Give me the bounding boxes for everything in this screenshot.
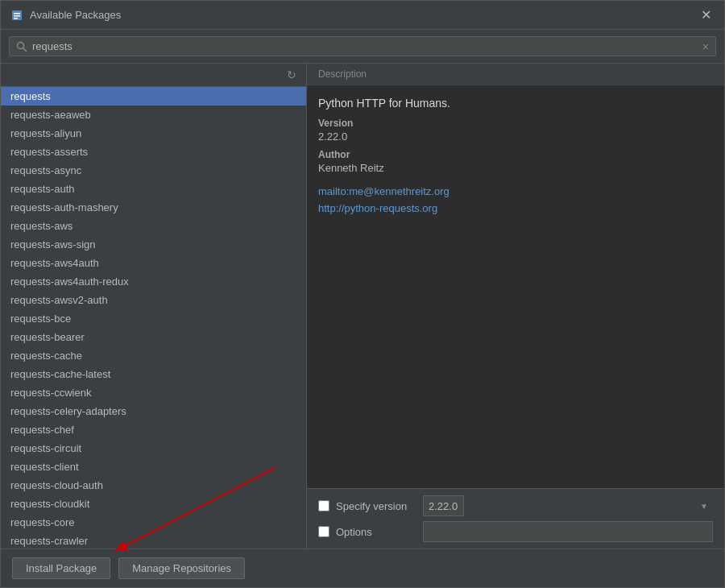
author-value: Kenneth Reitz — [318, 162, 713, 174]
list-item[interactable]: requests-core — [1, 513, 306, 532]
version-value: 2.22.0 — [318, 130, 713, 143]
list-item[interactable]: requests-bearer — [1, 328, 306, 346]
search-bar: × — [1, 30, 724, 64]
list-item[interactable]: requests-cache — [1, 346, 306, 365]
title-bar-left: Available Packages — [10, 9, 121, 22]
footer: Install Package Manage Repositories — [1, 549, 724, 587]
list-item[interactable]: requests-circuit — [1, 439, 306, 458]
close-button[interactable]: ✕ — [698, 7, 715, 23]
options-checkbox[interactable] — [318, 526, 329, 537]
options-label: Options — [336, 526, 416, 538]
list-item[interactable]: requests-aws-sign — [1, 235, 306, 254]
list-item[interactable]: requests-auth-mashery — [1, 198, 306, 217]
list-item[interactable]: requests-ccwienk — [1, 383, 306, 402]
version-select-wrapper: 2.22.0 ▼ — [423, 495, 713, 516]
list-item[interactable]: requests-aws4auth — [1, 254, 306, 272]
email-link[interactable]: mailto:me@kennethreitz.org — [318, 184, 713, 201]
svg-rect-2 — [14, 15, 20, 17]
list-item[interactable]: requests-auth — [1, 180, 306, 198]
main-content: ↻ requestsrequests-aeawebrequests-aliyun… — [1, 64, 724, 549]
list-item[interactable]: requests-async — [1, 161, 306, 180]
specify-version-label: Specify version — [336, 500, 416, 512]
window-title: Available Packages — [30, 9, 121, 21]
package-list[interactable]: requestsrequests-aeawebrequests-aliyunre… — [1, 87, 306, 549]
list-item[interactable]: requests-cache-latest — [1, 365, 306, 383]
search-container: × — [9, 36, 716, 56]
svg-rect-1 — [14, 13, 20, 14]
list-item[interactable]: requests-cloudkit — [1, 495, 306, 513]
list-item[interactable]: requests-aws4auth-redux — [1, 272, 306, 291]
available-packages-dialog: Available Packages ✕ × ↻ requestsrequest… — [0, 0, 725, 588]
clear-search-button[interactable]: × — [702, 41, 709, 52]
search-icon — [16, 41, 27, 52]
description-header: Description — [307, 64, 724, 85]
description-content: Python HTTP for Humans. Version 2.22.0 A… — [307, 85, 724, 488]
list-item[interactable]: requests — [1, 87, 306, 106]
options-input[interactable] — [423, 521, 713, 542]
manage-repositories-button[interactable]: Manage Repositories — [118, 557, 245, 579]
list-item[interactable]: requests-crawler — [1, 532, 306, 549]
list-item[interactable]: requests-cloud-auth — [1, 476, 306, 495]
bottom-options: Specify version 2.22.0 ▼ Options — [307, 488, 724, 549]
list-header: ↻ — [1, 64, 306, 87]
list-item[interactable]: requests-asserts — [1, 143, 306, 161]
search-input[interactable] — [32, 40, 698, 52]
version-select[interactable]: 2.22.0 — [423, 495, 464, 516]
website-link[interactable]: http://python-requests.org — [318, 201, 713, 217]
specify-version-checkbox[interactable] — [318, 500, 329, 511]
links-container: mailto:me@kennethreitz.org http://python… — [318, 184, 713, 217]
list-item[interactable]: requests-chef — [1, 420, 306, 439]
package-icon — [10, 9, 23, 22]
right-panel: Description Python HTTP for Humans. Vers… — [307, 64, 724, 549]
specify-version-row: Specify version 2.22.0 ▼ — [318, 495, 713, 516]
left-panel: ↻ requestsrequests-aeawebrequests-aliyun… — [1, 64, 307, 549]
list-item[interactable]: requests-aliyun — [1, 124, 306, 143]
package-title: Python HTTP for Humans. — [318, 97, 713, 110]
chevron-down-icon: ▼ — [700, 502, 708, 511]
options-row: Options — [318, 521, 713, 542]
refresh-button[interactable]: ↻ — [280, 65, 303, 85]
list-item[interactable]: requests-bce — [1, 309, 306, 328]
install-package-button[interactable]: Install Package — [12, 557, 110, 579]
list-item[interactable]: requests-client — [1, 458, 306, 476]
svg-rect-3 — [14, 18, 18, 19]
list-item[interactable]: requests-aeaweb — [1, 106, 306, 124]
svg-line-5 — [23, 48, 27, 51]
list-item[interactable]: requests-awsv2-auth — [1, 291, 306, 309]
list-item[interactable]: requests-aws — [1, 217, 306, 235]
title-bar: Available Packages ✕ — [1, 1, 724, 30]
author-label: Author — [318, 149, 713, 160]
list-item[interactable]: requests-celery-adapters — [1, 402, 306, 420]
version-label: Version — [318, 118, 713, 129]
